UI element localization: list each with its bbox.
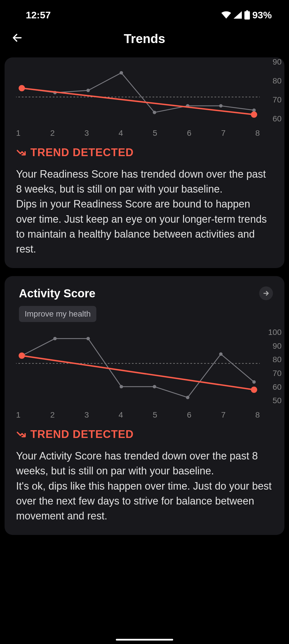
activity-detail-button[interactable] <box>259 286 273 300</box>
activity-x-axis: 12345678 <box>16 410 260 420</box>
svg-point-16 <box>53 337 57 340</box>
svg-point-10 <box>252 108 256 112</box>
back-button[interactable] <box>9 29 26 48</box>
svg-point-24 <box>19 352 25 359</box>
activity-tag[interactable]: Improve my health <box>19 306 96 322</box>
y-tick: 70 <box>261 95 282 104</box>
status-battery: 93% <box>252 9 272 21</box>
svg-point-5 <box>86 89 90 92</box>
x-tick: 2 <box>50 129 55 138</box>
x-tick: 3 <box>84 410 89 420</box>
x-tick: 8 <box>255 129 260 138</box>
svg-point-13 <box>251 111 257 118</box>
y-tick: 60 <box>261 383 282 392</box>
readiness-x-axis: 12345678 <box>16 129 260 138</box>
y-tick: 60 <box>261 114 282 123</box>
x-tick: 5 <box>153 410 157 420</box>
readiness-trend-label: TREND DETECTED <box>30 146 134 159</box>
x-tick: 8 <box>255 410 260 420</box>
y-tick: 80 <box>261 76 282 86</box>
svg-point-19 <box>153 385 156 388</box>
battery-icon <box>244 10 250 20</box>
readiness-chart: 90807060 12345678 <box>5 57 284 143</box>
svg-point-22 <box>252 380 256 384</box>
svg-point-6 <box>120 71 123 75</box>
activity-title: Activity Score <box>19 287 95 300</box>
activity-trend-card: Activity Score Improve my health 1009080… <box>5 276 284 535</box>
x-tick: 4 <box>119 129 123 138</box>
y-tick: 100 <box>261 328 282 337</box>
svg-point-9 <box>219 104 222 108</box>
y-tick: 80 <box>261 355 282 364</box>
y-tick: 50 <box>261 396 282 405</box>
activity-desc-2: It's ok, dips like this happen over time… <box>16 479 273 524</box>
activity-section-head[interactable]: Activity Score <box>5 276 284 306</box>
svg-point-18 <box>120 385 123 388</box>
svg-point-20 <box>186 396 190 399</box>
status-icons: 93% <box>221 9 272 21</box>
x-tick: 2 <box>50 410 55 420</box>
activity-chart-svg <box>16 328 260 405</box>
y-tick: 90 <box>261 57 282 67</box>
readiness-chart-svg <box>16 57 260 123</box>
svg-point-12 <box>19 85 25 91</box>
readiness-y-axis: 90807060 <box>261 57 282 123</box>
svg-rect-1 <box>244 11 250 20</box>
svg-point-17 <box>86 337 90 340</box>
readiness-desc-1: Your Readiness Score has trended down ov… <box>16 167 273 197</box>
x-tick: 5 <box>153 129 157 138</box>
activity-y-axis: 1009080706050 <box>261 328 282 405</box>
svg-point-25 <box>251 387 257 393</box>
home-indicator[interactable] <box>116 639 173 641</box>
readiness-trend-badge: TREND DETECTED <box>16 146 273 159</box>
svg-point-7 <box>153 111 156 114</box>
activity-chart: 1009080706050 12345678 <box>5 328 284 425</box>
svg-rect-0 <box>246 10 248 11</box>
trend-down-icon <box>16 148 26 158</box>
wifi-icon <box>221 11 231 19</box>
x-tick: 3 <box>84 129 89 138</box>
svg-line-23 <box>22 356 254 390</box>
activity-trend-badge: TREND DETECTED <box>16 428 273 441</box>
x-tick: 6 <box>187 410 192 420</box>
x-tick: 7 <box>221 410 226 420</box>
x-tick: 4 <box>119 410 123 420</box>
status-bar: 12:57 93% <box>0 0 289 23</box>
activity-trend-label: TREND DETECTED <box>30 428 134 441</box>
cellular-icon <box>233 11 242 19</box>
x-tick: 1 <box>16 129 21 138</box>
page-title: Trends <box>124 32 165 46</box>
header: Trends <box>0 23 289 57</box>
svg-point-21 <box>219 352 222 356</box>
y-tick: 70 <box>261 369 282 378</box>
y-tick: 90 <box>261 342 282 351</box>
readiness-desc-2: Dips in your Readiness Score are bound t… <box>16 197 273 257</box>
x-tick: 6 <box>187 129 192 138</box>
activity-desc-1: Your Activity Score has trended down ove… <box>16 449 273 478</box>
arrow-right-icon <box>262 290 270 297</box>
status-time: 12:57 <box>26 9 51 21</box>
x-tick: 1 <box>16 410 21 420</box>
arrow-left-icon <box>11 32 23 44</box>
readiness-trend-card: 90807060 12345678 TREND DETECTED Your Re… <box>5 57 284 268</box>
trend-down-icon <box>16 429 26 440</box>
x-tick: 7 <box>221 129 226 138</box>
